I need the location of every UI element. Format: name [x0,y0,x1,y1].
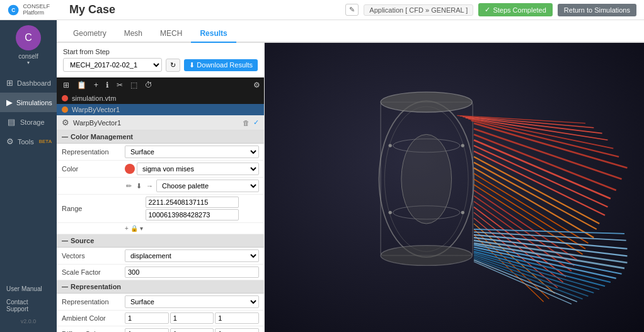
representation-toggle: — [62,283,68,290]
svg-point-52 [389,144,392,147]
prop-trash-button[interactable]: 🗑 [243,119,250,127]
version-label: v2.0.0 [0,316,57,327]
range-controls: + 🔒 ▾ [125,225,259,232]
tools-label: Tools [18,138,34,146]
contact-support-button[interactable]: Contact Support [0,295,57,316]
prop-range-controls-row: + 🔒 ▾ [57,223,264,234]
avatar-area: C conself ▾ [16,25,41,66]
tools-icon: ⚙ [6,137,14,146]
diffuse-g-input[interactable] [170,328,214,332]
representation-select[interactable]: Surface [125,146,259,158]
prop-scale-factor-row: Scale Factor [57,265,264,280]
diffuse-color-value [125,328,259,332]
svg-point-5 [381,92,472,112]
diffuse-r-input[interactable] [125,328,169,332]
viz-toolbar: ⊞ 📋 + ℹ ✂ ⬚ ⏱ ⚙ [57,77,264,93]
palette-edit-icon[interactable]: ✏ [125,182,133,190]
source-toggle: — [62,238,68,244]
sidebar-nav: ⊞ Dashboard ▶ Simulations ▤ Storage ⚙ To… [0,73,57,151]
color-management-toggle: — [62,134,68,140]
viz-3d[interactable] [265,43,644,332]
content-area: Geometry Mesh MECH Results Start from St… [57,20,644,332]
sidebar-item-storage[interactable]: ▤ Storage [0,112,57,132]
svg-line-29 [460,116,594,128]
svg-line-7 [474,123,627,168]
palette-save-icon[interactable]: ⬇ [135,182,143,190]
ambient-g-input[interactable] [170,312,214,324]
panel-area: Start from Step MECH_2017-02-02_1 ↻ ⬇ Do… [57,43,644,332]
logo-area: C CONSELF Platform [8,3,64,17]
svg-point-6 [381,246,472,266]
file-item-simulation[interactable]: simulation.vtm [57,93,264,104]
tab-mech[interactable]: MECH [151,25,191,43]
user-manual-button[interactable]: User Manual [0,282,57,295]
file-item-warpbyvector[interactable]: WarpByVector1 [57,104,264,115]
ambient-b-input[interactable] [215,312,259,324]
username-label: conself [18,53,38,60]
toolbar-graph-icon[interactable]: ⊞ [60,79,72,91]
download-icon: ⬇ [189,61,195,69]
range-add-icon[interactable]: + [125,225,129,232]
toolbar-info-icon[interactable]: ℹ [103,79,112,91]
scale-factor-input[interactable] [125,266,259,278]
simulations-label: Simulations [16,99,52,106]
tab-mesh[interactable]: Mesh [115,25,151,43]
representation-value: Surface [125,146,259,158]
steps-completed-button[interactable]: ✓ Steps Completed [478,3,552,16]
top-header: C CONSELF Platform My Case ✎ Application… [0,0,644,20]
step-controls: MECH_2017-02-02_1 ↻ ⬇ Download Results [63,58,258,72]
checkmark-icon: ✓ [485,6,490,14]
toolbar-box-icon[interactable]: ⬚ [128,79,140,91]
range-max-input[interactable] [146,209,239,220]
source-header[interactable]: — Source [57,234,264,248]
step-select[interactable]: MECH_2017-02-02_1 [63,58,162,72]
prop-ambient-color-row: Ambient Color [57,311,264,326]
svg-line-43 [474,258,583,299]
steps-completed-label: Steps Completed [493,6,546,14]
representation-title: Representation [71,283,121,290]
toolbar-copy-icon[interactable]: 📋 [74,79,89,91]
tab-geometry[interactable]: Geometry [64,25,115,43]
vectors-select[interactable]: displacement [125,249,259,262]
range-down-icon[interactable]: ▾ [140,225,143,232]
range-min-input[interactable] [146,197,239,208]
sidebar-item-simulations[interactable]: ▶ Simulations [0,93,57,112]
user-chevron-icon: ▾ [27,60,30,66]
sidebar-item-dashboard[interactable]: ⊞ Dashboard [0,73,57,93]
start-from-step: Start from Step MECH_2017-02-02_1 ↻ ⬇ Do… [57,43,264,77]
palette-select[interactable]: Choose palette [156,180,259,192]
download-results-button[interactable]: ⬇ Download Results [184,59,258,71]
ambient-r-input[interactable] [125,312,169,324]
color-management-header[interactable]: — Color Management [57,130,264,144]
step-action-button[interactable]: ↻ [166,59,180,72]
logo-icon: C [8,3,19,17]
toolbar-clock-icon[interactable]: ⏱ [142,79,155,91]
file-name-simulation: simulation.vtm [72,94,116,102]
color-label: Color [62,165,125,173]
diffuse-b-input[interactable] [215,328,259,332]
sidebar-bottom: User Manual Contact Support v2.0.0 [0,277,57,332]
ambient-color-value [125,312,259,324]
prop-check-button[interactable]: ✓ [253,118,259,127]
return-to-simulations-button[interactable]: Return to Simulations [558,4,636,16]
storage-label: Storage [20,118,45,126]
toolbar-cut-icon[interactable]: ✂ [114,79,125,91]
sidebar-item-tools[interactable]: ⚙ Tools BETA [0,132,57,151]
representation-label: Representation [62,148,125,156]
color-select[interactable]: sigma von mises [137,163,259,175]
edit-title-button[interactable]: ✎ [345,4,359,16]
download-label: Download Results [197,61,253,69]
range-lock-icon[interactable]: 🔒 [130,225,138,232]
prop-representation-row: Representation Surface [57,144,264,161]
svg-line-40 [474,253,599,290]
properties-panel: — Color Management Representation Surfac… [57,130,264,332]
rep2-select[interactable]: Surface [125,295,259,308]
tab-results[interactable]: Results [191,25,236,43]
dashboard-label: Dashboard [17,79,51,87]
representation-header[interactable]: — Representation [57,280,264,294]
toolbar-settings-icon[interactable]: ⚙ [253,81,260,89]
file-tree: simulation.vtm WarpByVector1 [57,93,264,115]
avatar: C [16,25,41,50]
palette-arrow-icon[interactable]: → [145,182,154,190]
toolbar-add-icon[interactable]: + [91,79,101,91]
